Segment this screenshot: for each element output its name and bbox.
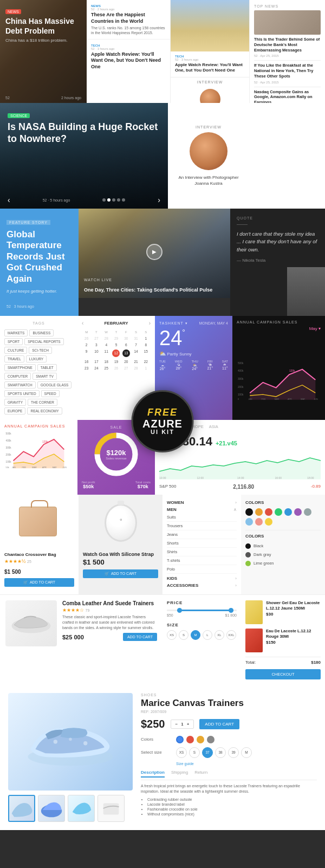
tag-smart-tv[interactable]: SMART TV (32, 373, 57, 380)
next-arrow[interactable]: › (158, 196, 160, 204)
cal-day-1e[interactable]: 1 (141, 365, 151, 371)
cal-day-26b[interactable]: 26 (112, 365, 121, 371)
size-s[interactable]: S (179, 630, 188, 640)
cal-day-15[interactable]: 15 (141, 348, 151, 358)
tag-smartphone[interactable]: SMARTPHONE (4, 364, 36, 371)
cal-day-28[interactable]: 28 (102, 335, 111, 341)
men-arrow[interactable]: ∧ (233, 507, 237, 512)
cal-day-13[interactable]: 13 (121, 348, 131, 358)
main-product-image[interactable] (8, 693, 133, 791)
tag-culture[interactable]: CULTURE (4, 347, 27, 354)
tag-special-reports[interactable]: SPECIAL REPORTS (24, 338, 63, 345)
size-guide-link[interactable]: Size guide (176, 762, 317, 766)
cal-day-21[interactable]: 21 (131, 359, 140, 365)
cal-day-10[interactable]: 10 (92, 348, 101, 358)
interview-mini[interactable]: INTERVIEW An Interview with Photographer… (171, 77, 249, 103)
kids-arrow[interactable]: › (235, 576, 237, 581)
color-list-black[interactable]: Black (245, 542, 321, 550)
tag-business[interactable]: BUSINESS (29, 329, 54, 336)
trainer-main-img[interactable] (5, 600, 57, 646)
cat-t-shirts[interactable]: T-shirts (167, 556, 237, 565)
cal-day-12[interactable]: 12 (112, 348, 121, 358)
cal-day-28b[interactable]: 28 (131, 365, 140, 371)
size-opt-m[interactable]: M (241, 747, 252, 758)
color-yellow[interactable] (265, 518, 272, 526)
color-list-darkgray[interactable]: Dark gray (245, 550, 321, 559)
prev-arrow[interactable]: ‹ (8, 196, 10, 204)
color-red[interactable] (265, 508, 272, 516)
thumb-4[interactable] (98, 795, 125, 822)
cal-day-30[interactable]: 30 (121, 335, 131, 341)
detail-add-to-cart[interactable]: ADD TO CART (199, 719, 239, 729)
size-opt-37[interactable]: 37 (202, 747, 213, 758)
size-xxl[interactable]: XXL (226, 630, 236, 640)
color-opt-gray[interactable] (207, 736, 214, 743)
news-photo-top[interactable] (171, 0, 249, 51)
cat-suits[interactable]: Suits (167, 513, 237, 522)
cal-day-11[interactable]: 11 (102, 348, 111, 358)
cat-shorts[interactable]: Shorts (167, 539, 237, 548)
cal-day-23[interactable]: 23 (82, 365, 91, 371)
top-news-title-3[interactable]: Nasdaq Composite Gains as Google, Amazon… (254, 89, 321, 103)
bag-add-to-cart[interactable]: 🛒 ADD TO CART (4, 578, 74, 587)
color-black[interactable] (245, 508, 253, 516)
top-news-title-2[interactable]: If You Like the Breakfast at the Nationa… (254, 63, 321, 79)
tab-shipping[interactable]: Shipping (171, 770, 188, 778)
size-m[interactable]: M (191, 630, 200, 640)
color-opt-blue[interactable] (176, 736, 184, 743)
color-orange[interactable] (255, 508, 263, 516)
tab-description[interactable]: Description (141, 770, 165, 778)
cal-day-27[interactable]: 27 (92, 335, 101, 341)
tag-computer[interactable]: COMPUTER (4, 373, 31, 380)
cal-day-5[interactable]: 5 (112, 342, 121, 348)
checkout-button[interactable]: CHECKOUT (245, 669, 321, 679)
tag-travel[interactable]: TRAVEL (4, 355, 24, 362)
tab-asia[interactable]: ASIA (209, 424, 218, 431)
slider-handle-left[interactable] (177, 608, 182, 613)
top-news-title-1[interactable]: This Is the Trader Behind Some of Deutsc… (254, 37, 321, 53)
hero-slider[interactable]: SCIENCE Is NASA Building a Huge Rocket t… (0, 103, 168, 209)
tag-smartwatch[interactable]: SMARTWATCH (4, 381, 36, 388)
cal-day-17[interactable]: 17 (92, 359, 101, 365)
tab-return[interactable]: Return (194, 770, 207, 778)
cal-day-8[interactable]: 8 (141, 342, 151, 348)
cal-day-19[interactable]: 19 (112, 359, 121, 365)
color-opt-red[interactable] (186, 736, 194, 743)
cal-day-20[interactable]: 20 (121, 359, 131, 365)
tag-real-economy[interactable]: REAL ECONOMY (27, 407, 62, 414)
tag-speed[interactable]: SPEED (41, 390, 60, 397)
thumb-2[interactable] (38, 795, 65, 822)
top-news-thumbnail[interactable] (254, 10, 321, 35)
color-lightblue[interactable] (245, 518, 253, 526)
size-xs[interactable]: XS (167, 630, 177, 640)
size-xl[interactable]: XL (214, 630, 224, 640)
thumb-1[interactable] (8, 795, 35, 822)
cal-day-25[interactable]: 25 (102, 365, 111, 371)
size-opt-38[interactable]: 38 (215, 747, 226, 758)
qty-control[interactable]: − 1 + (171, 720, 194, 729)
cal-day-18[interactable]: 18 (102, 359, 111, 365)
tag-luxury[interactable]: LUXURY (26, 355, 47, 362)
cat-jeans[interactable]: Jeans (167, 530, 237, 539)
cal-prev[interactable]: ‹ (82, 320, 83, 326)
feature-card[interactable]: FEATURE STORY Global Temperature Records… (0, 209, 79, 316)
color-purple[interactable] (294, 508, 302, 516)
news-list-item-2[interactable]: TECH 52 · 3 hours ago Apple Watch Review… (87, 40, 170, 75)
cal-next[interactable]: › (149, 320, 151, 326)
cal-day-7[interactable]: 7 (131, 342, 140, 348)
size-opt-39[interactable]: 39 (228, 747, 239, 758)
cal-day-9[interactable]: 9 (82, 348, 91, 358)
dot-2[interactable] (107, 198, 110, 202)
color-list-limegreen[interactable]: Lime green (245, 559, 321, 568)
dot-1[interactable] (102, 198, 106, 202)
interview-card[interactable]: INTERVIEW An Interview with Photographer… (168, 103, 249, 209)
dot-5[interactable] (122, 198, 125, 202)
cal-day-26[interactable]: 26 (82, 335, 91, 341)
watch-add-to-cart[interactable]: 🛒 ADD TO CART (83, 569, 158, 578)
price-slider[interactable] (167, 610, 237, 611)
trainers-add-to-cart[interactable]: ADD TO CART (123, 633, 157, 641)
cal-day-14[interactable]: 14 (131, 348, 140, 358)
dot-4[interactable] (117, 198, 120, 202)
color-opt-orange[interactable] (197, 736, 204, 743)
dot-3[interactable] (112, 198, 115, 202)
